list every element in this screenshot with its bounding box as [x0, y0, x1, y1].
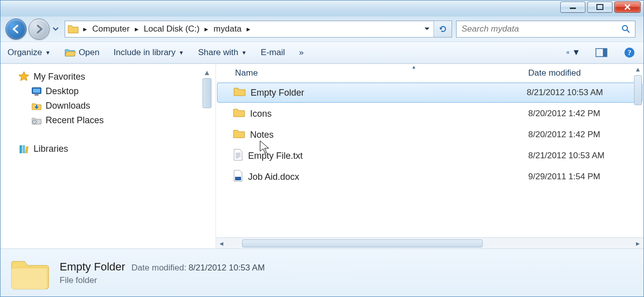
organize-menu[interactable]: Organize▼ — [8, 48, 51, 58]
sidebar-item-label: Downloads — [46, 101, 90, 111]
sidebar-label: My Favorites — [34, 72, 85, 82]
details-title: Empty Folder — [60, 260, 125, 273]
open-button[interactable]: Open — [65, 48, 100, 58]
libraries-icon — [19, 144, 30, 154]
minimize-button[interactable] — [560, 2, 585, 13]
search-icon — [621, 24, 631, 34]
sidebar-item-label: Recent Places — [46, 115, 104, 126]
svg-point-2 — [622, 26, 627, 31]
scroll-left-icon[interactable]: ◂ — [216, 238, 227, 248]
address-history-dropdown[interactable] — [419, 21, 434, 37]
back-button[interactable] — [6, 19, 27, 40]
toolbar-label: Share with — [198, 48, 238, 58]
svg-rect-20 — [235, 177, 241, 180]
details-pane: Empty Folder Date modified: 8/21/2012 10… — [1, 248, 643, 296]
preview-pane-button[interactable] — [594, 46, 608, 60]
file-row[interactable]: Job Aid.docx9/29/2011 1:54 PM — [216, 166, 643, 187]
forward-button[interactable] — [29, 19, 50, 40]
folder-icon — [67, 23, 79, 35]
file-icon — [233, 170, 243, 184]
file-row[interactable]: Empty Folder8/21/2012 10:53 AM — [217, 83, 642, 103]
file-row[interactable]: Icons8/20/2012 1:42 PM — [216, 103, 643, 124]
close-button[interactable] — [614, 2, 640, 13]
toolbar: Organize▼ Open Include in library▼ Share… — [1, 42, 643, 64]
refresh-button[interactable] — [434, 21, 452, 37]
breadcrumb-mydata[interactable]: mydata — [210, 24, 245, 34]
help-icon: ? — [624, 47, 635, 58]
details-text: Empty Folder Date modified: 8/21/2012 10… — [60, 260, 265, 285]
svg-rect-3 — [566, 52, 567, 52]
svg-rect-7 — [566, 53, 567, 54]
horizontal-scrollbar[interactable]: ◂ ▸ — [216, 237, 643, 248]
file-name: Icons — [250, 109, 272, 119]
file-date: 9/29/2011 1:54 PM — [528, 172, 643, 182]
search-box[interactable] — [456, 21, 635, 38]
scroll-thumb[interactable] — [242, 239, 483, 247]
search-input[interactable] — [461, 24, 621, 35]
star-icon — [19, 71, 30, 82]
share-with-menu[interactable]: Share with▼ — [198, 48, 247, 58]
sidebar-item-recent-places[interactable]: Recent Places — [1, 113, 216, 128]
svg-rect-5 — [566, 52, 567, 53]
open-folder-icon — [65, 48, 76, 57]
breadcrumb-arrow-icon[interactable]: ▸ — [245, 25, 253, 34]
column-date-modified[interactable]: Date modified — [528, 68, 643, 78]
recent-places-icon — [32, 116, 42, 125]
toolbar-label: E-mail — [261, 48, 285, 58]
file-date: 8/21/2012 10:53 AM — [527, 88, 642, 98]
svg-rect-10 — [603, 49, 607, 57]
file-name: Job Aid.docx — [248, 172, 299, 182]
address-bar[interactable]: ▸ Computer ▸ Local Disk (C:) ▸ mydata ▸ — [65, 21, 452, 38]
folder-icon — [233, 108, 245, 120]
file-row[interactable]: Empty File.txt8/21/2012 10:53 AM — [216, 145, 643, 166]
svg-rect-6 — [567, 52, 569, 53]
svg-rect-14 — [33, 89, 40, 93]
email-button[interactable]: E-mail — [261, 48, 285, 58]
breadcrumb-localdisk[interactable]: Local Disk (C:) — [141, 24, 202, 34]
toolbar-label: Open — [79, 48, 100, 58]
include-in-library-menu[interactable]: Include in library▼ — [113, 48, 184, 58]
vertical-scrollbar[interactable]: ▴ — [632, 64, 643, 237]
file-name: Empty File.txt — [248, 151, 303, 161]
details-meta-value: 8/21/2012 10:53 AM — [188, 263, 265, 272]
breadcrumb-arrow-icon[interactable]: ▸ — [81, 25, 89, 34]
help-button[interactable]: ? — [622, 46, 636, 60]
file-name: Notes — [250, 130, 274, 140]
breadcrumb-computer[interactable]: Computer — [89, 24, 133, 34]
file-date: 8/21/2012 10:53 AM — [528, 151, 643, 161]
scroll-up-icon[interactable]: ▲ — [201, 67, 212, 77]
maximize-button[interactable] — [587, 2, 612, 13]
breadcrumb-arrow-icon[interactable]: ▸ — [133, 25, 141, 34]
details-subtitle: File folder — [60, 275, 265, 285]
sidebar-item-desktop[interactable]: Desktop — [1, 84, 216, 99]
scroll-thumb[interactable] — [202, 78, 211, 108]
view-options-button[interactable]: ▼ — [566, 46, 580, 60]
scroll-right-icon[interactable]: ▸ — [632, 238, 643, 248]
favorites-group[interactable]: My Favorites — [1, 69, 216, 84]
svg-rect-0 — [570, 8, 576, 9]
file-date: 8/20/2012 1:42 PM — [528, 130, 643, 140]
body: My Favorites Desktop Downloads Recent Pl… — [1, 64, 643, 248]
sidebar-item-label: Desktop — [46, 86, 79, 97]
folder-icon — [233, 129, 245, 141]
recent-locations-dropdown[interactable] — [52, 25, 60, 33]
navigation-row: ▸ Computer ▸ Local Disk (C:) ▸ mydata ▸ — [1, 17, 643, 42]
svg-rect-8 — [567, 53, 569, 54]
view-icon — [566, 48, 570, 57]
toolbar-label: Organize — [8, 48, 42, 58]
scroll-thumb[interactable] — [634, 75, 642, 105]
svg-rect-17 — [20, 145, 22, 153]
sidebar-item-downloads[interactable]: Downloads — [1, 99, 216, 113]
navigation-pane[interactable]: My Favorites Desktop Downloads Recent Pl… — [1, 64, 216, 248]
svg-rect-1 — [597, 5, 603, 10]
column-name[interactable]: Name — [216, 68, 528, 78]
sidebar-scrollbar[interactable]: ▲ — [201, 67, 212, 248]
libraries-group[interactable]: Libraries — [1, 142, 216, 156]
file-icon — [233, 149, 243, 163]
preview-pane-icon — [595, 48, 607, 57]
file-row[interactable]: Notes8/20/2012 1:42 PM — [216, 124, 643, 145]
toolbar-overflow[interactable]: » — [299, 48, 304, 58]
svg-rect-19 — [25, 146, 29, 153]
breadcrumb-arrow-icon[interactable]: ▸ — [202, 25, 210, 34]
scroll-up-icon[interactable]: ▴ — [632, 64, 643, 74]
